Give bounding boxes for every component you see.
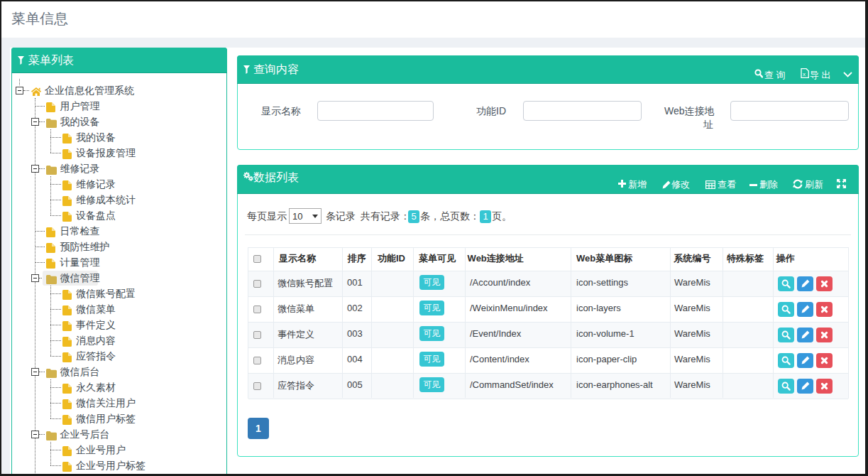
- svg-text:x: x: [803, 71, 806, 77]
